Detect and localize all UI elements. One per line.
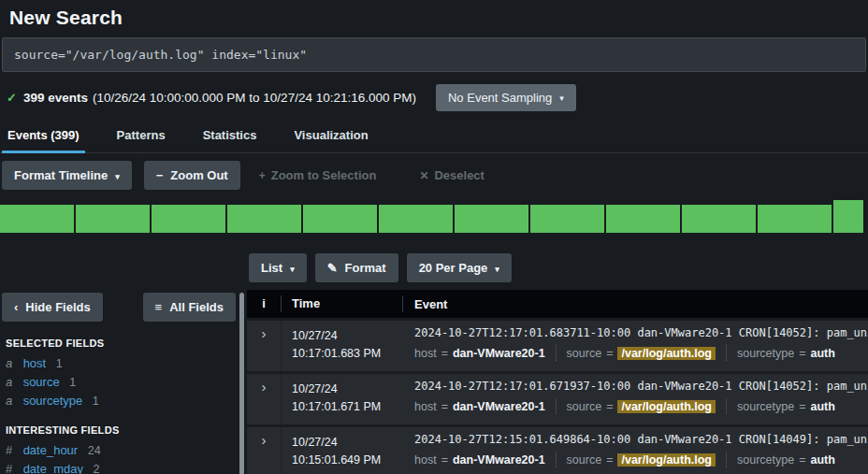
- hide-fields-button[interactable]: ‹ Hide Fields: [2, 293, 103, 322]
- event-timeline-histogram[interactable]: [0, 195, 868, 233]
- host-value[interactable]: dan-VMware20-1: [453, 347, 545, 360]
- page-title: New Search: [9, 7, 859, 29]
- timeline-bar[interactable]: [758, 205, 832, 233]
- raw-event-text[interactable]: 2024-10-27T12:17:01.683711-10:00 dan-VMw…: [414, 326, 868, 339]
- timeline-bar[interactable]: [379, 205, 453, 233]
- field-item-sourcetype[interactable]: a sourcetype 1: [2, 391, 247, 409]
- list-menu-icon: ≡: [155, 300, 163, 314]
- caret-down-icon: ▾: [290, 265, 295, 274]
- numeric-field-icon: #: [6, 443, 17, 457]
- expand-event-icon[interactable]: ›: [262, 327, 267, 340]
- timeline-bar[interactable]: [303, 205, 377, 233]
- plus-icon: +: [259, 169, 266, 182]
- caret-down-icon: ▾: [115, 172, 120, 181]
- event-field-values: host = dan-VMware20-1 source = /var/log/…: [414, 398, 868, 414]
- interesting-fields-header: INTERESTING FIELDS: [6, 424, 247, 436]
- deselect-button[interactable]: ✕ Deselect: [419, 168, 485, 182]
- tab-visualization[interactable]: Visualization: [288, 123, 373, 152]
- event-row: › 10/27/24 10:17:01.671 PM 2024-10-27T12…: [247, 374, 868, 424]
- pencil-icon: ✎: [327, 261, 338, 275]
- time-column-header: Time: [282, 295, 403, 312]
- event-field-values: host = dan-VMware20-1 source = /var/log/…: [414, 452, 868, 467]
- timeline-controls: Format Timeline ▾ − Zoom Out + Zoom to S…: [0, 161, 868, 190]
- event-cell: 2024-10-27T12:17:01.671937-10:00 dan-VMw…: [403, 374, 868, 424]
- per-page-dropdown[interactable]: 20 Per Page ▾: [407, 253, 512, 282]
- format-timeline-button[interactable]: Format Timeline ▾: [2, 161, 132, 190]
- field-separator: [726, 398, 727, 414]
- field-item-date-hour[interactable]: # date_hour 24: [2, 440, 247, 459]
- event-time-cell[interactable]: 10/27/24 10:17:01.683 PM: [282, 321, 403, 371]
- event-row: › 10/27/24 10:17:01.683 PM 2024-10-27T12…: [247, 321, 868, 371]
- tab-patterns[interactable]: Patterns: [111, 123, 171, 152]
- events-table-header: i Time Event: [247, 290, 868, 318]
- results-toolbar: List ▾ ✎ Format 20 Per Page ▾: [0, 253, 868, 282]
- source-value-highlighted[interactable]: /var/log/auth.log: [617, 347, 716, 360]
- timeline-bar[interactable]: [833, 200, 863, 233]
- field-separator: [726, 452, 727, 467]
- sidebar-scrollbar[interactable]: [239, 293, 244, 474]
- string-field-icon: a: [6, 356, 17, 370]
- expand-event-icon[interactable]: ›: [262, 434, 267, 447]
- field-item-source[interactable]: a source 1: [2, 372, 247, 391]
- string-field-icon: a: [6, 375, 17, 389]
- time-range: (10/26/24 10:00:00.000 PM to 10/27/24 10…: [93, 91, 416, 105]
- timeline-bar[interactable]: [76, 205, 150, 233]
- caret-down-icon: ▾: [559, 93, 564, 103]
- all-fields-button[interactable]: ≡ All Fields: [143, 293, 236, 322]
- sourcetype-value[interactable]: auth: [810, 453, 834, 467]
- format-button[interactable]: ✎ Format: [315, 253, 398, 282]
- search-input[interactable]: source="/var/log/auth.log" index="linux": [2, 37, 866, 72]
- sourcetype-value[interactable]: auth: [810, 347, 834, 360]
- tab-events[interactable]: Events (399): [2, 123, 85, 153]
- event-cell: 2024-10-27T12:15:01.649864-10:00 dan-VMw…: [403, 427, 868, 474]
- fields-sidebar: ‹ Hide Fields ≡ All Fields SELECTED FIEL…: [0, 290, 247, 474]
- field-item-date-mday[interactable]: # date_mday 2: [2, 459, 247, 474]
- list-view-dropdown[interactable]: List ▾: [249, 253, 307, 282]
- timeline-bar[interactable]: [530, 205, 604, 233]
- event-count: 399 events: [23, 91, 88, 105]
- timeline-bar[interactable]: [606, 205, 680, 233]
- tab-bar: Events (399) Patterns Statistics Visuali…: [0, 123, 868, 153]
- timeline-bar[interactable]: [682, 205, 756, 233]
- field-separator: [556, 452, 557, 467]
- zoom-out-button[interactable]: − Zoom Out: [144, 161, 240, 190]
- search-query-text: source="/var/log/auth.log" index="linux": [14, 48, 307, 62]
- caret-down-icon: ▾: [495, 265, 499, 274]
- sourcetype-value[interactable]: auth: [810, 400, 834, 413]
- event-time-cell[interactable]: 10/27/24 10:15:01.649 PM: [282, 427, 403, 474]
- expand-event-icon[interactable]: ›: [262, 381, 267, 394]
- field-separator: [726, 345, 727, 361]
- chevron-left-icon: ‹: [14, 300, 18, 314]
- host-value[interactable]: dan-VMware20-1: [453, 400, 545, 413]
- field-separator: [556, 345, 557, 361]
- page-header: New Search: [0, 0, 868, 33]
- event-time-cell[interactable]: 10/27/24 10:17:01.671 PM: [282, 374, 403, 424]
- tab-statistics[interactable]: Statistics: [197, 123, 263, 152]
- check-icon: ✓: [7, 91, 17, 105]
- zoom-to-selection-button[interactable]: + Zoom to Selection: [259, 168, 377, 182]
- raw-event-text[interactable]: 2024-10-27T12:17:01.671937-10:00 dan-VMw…: [414, 380, 868, 393]
- source-value-highlighted[interactable]: /var/log/auth.log: [617, 453, 716, 467]
- field-separator: [556, 398, 557, 414]
- raw-event-text[interactable]: 2024-10-27T12:15:01.649864-10:00 dan-VMw…: [414, 433, 868, 446]
- event-column-header: Event: [403, 297, 868, 311]
- selected-fields-header: SELECTED FIELDS: [6, 338, 247, 349]
- event-field-values: host = dan-VMware20-1 source = /var/log/…: [414, 345, 868, 361]
- event-sampling-dropdown[interactable]: No Event Sampling ▾: [436, 84, 576, 111]
- numeric-field-icon: #: [6, 462, 17, 474]
- timeline-bar[interactable]: [0, 205, 74, 233]
- timeline-bar[interactable]: [227, 205, 301, 233]
- result-summary-bar: ✓ 399 events (10/26/24 10:00:00.000 PM t…: [0, 83, 868, 111]
- timeline-bar[interactable]: [152, 205, 225, 233]
- source-value-highlighted[interactable]: /var/log/auth.log: [617, 400, 716, 413]
- field-item-host[interactable]: a host 1: [2, 353, 247, 372]
- close-icon: ✕: [419, 169, 428, 182]
- events-table: i Time Event › 10/27/24 10:17:01.683 PM …: [247, 290, 868, 474]
- event-cell: 2024-10-27T12:17:01.683711-10:00 dan-VMw…: [403, 321, 868, 371]
- timeline-bar[interactable]: [455, 205, 528, 233]
- string-field-icon: a: [6, 394, 17, 408]
- host-value[interactable]: dan-VMware20-1: [453, 453, 545, 467]
- event-row: › 10/27/24 10:15:01.649 PM 2024-10-27T12…: [247, 427, 868, 474]
- minus-icon: −: [156, 168, 164, 182]
- info-column-header: i: [247, 295, 282, 312]
